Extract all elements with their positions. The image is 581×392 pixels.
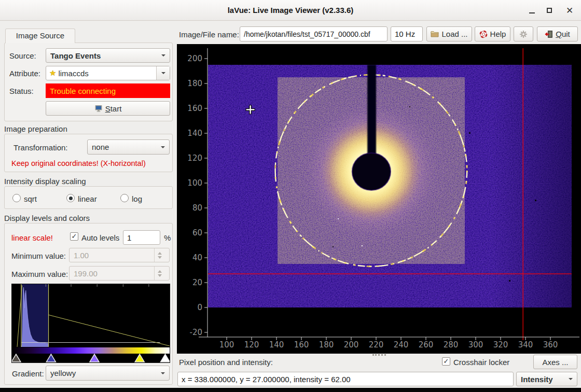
maximize-icon [547,8,552,13]
gradient-colorbar [12,347,170,354]
histogram-widget[interactable] [11,284,170,363]
image-plot-area[interactable]: 200180160140120100806040200-20 100120140… [177,44,581,354]
section-display-levels: Display levels and colors [4,214,90,222]
svg-text:260: 260 [419,340,434,349]
svg-text:140: 140 [187,129,202,138]
exit-door-icon [545,30,553,38]
maximum-label: Maximum value: [11,270,68,278]
favorite-star-icon[interactable]: ★ [46,68,58,78]
chevron-down-icon [161,146,165,150]
radio-log[interactable] [120,194,129,202]
maximum-spinbox[interactable]: 199.00 [69,266,170,281]
auto-levels-input[interactable] [123,230,160,245]
window-title: laVue: Live Image Viewer (v2.33.6) [0,6,581,15]
attribute-dropdown-button[interactable] [156,66,170,80]
coordinates-warning: Keep original coordinates! (X-horizontal… [11,159,146,167]
spin-buttons[interactable] [154,267,165,280]
file-name-input[interactable] [240,26,388,41]
y-axis-ticks: 200180160140120100806040200-20 [187,54,208,337]
scale-note: linear scale! [11,233,53,242]
svg-text:180: 180 [187,79,202,88]
svg-text:200: 200 [187,54,202,63]
gradient-label: Gradient: [12,369,44,378]
crosshair-locker-checkbox[interactable] [442,357,450,366]
gradient-value: yellowy [50,369,76,377]
quit-button[interactable]: Quit [537,26,578,41]
splitter-handle-icon[interactable] [372,354,386,356]
transformation-value: none [92,143,109,151]
svg-text:80: 80 [192,203,202,213]
auto-levels-label[interactable]: Auto levels [81,233,119,242]
title-bar: laVue: Live Image Viewer (v2.33.6) ✕ [0,0,581,21]
svg-text:240: 240 [394,340,409,349]
start-button[interactable]: Start [46,101,170,116]
maximize-button[interactable] [543,4,556,17]
help-button[interactable]: Help [475,26,510,41]
transformation-label: Transformation: [13,143,67,152]
load-button[interactable]: Load ... [426,26,472,41]
gradient-combobox[interactable]: yellowy [46,366,170,381]
diffraction-image-plot[interactable]: 200180160140120100806040200-20 100120140… [177,44,581,354]
transformation-combobox[interactable]: none [87,139,170,155]
radio-sqrt[interactable] [12,194,21,202]
svg-text:280: 280 [444,340,459,349]
status-label: Status: [9,87,34,95]
minimum-label: Minimum value: [11,251,66,260]
axes-button[interactable]: Axes ... [533,355,577,369]
status-value-field: Trouble connecting [46,83,170,98]
chevron-down-icon [161,72,165,76]
attribute-combobox[interactable]: ★ limaccds [46,66,170,80]
maximum-value: 199.00 [74,269,98,278]
histogram-plot[interactable] [12,284,170,347]
auto-levels-checkbox[interactable] [70,232,78,241]
minimize-button[interactable] [525,4,538,17]
minimum-spinbox[interactable]: 1.00 [69,248,170,262]
svg-text:140: 140 [269,340,284,349]
status-value: Trouble connecting [50,87,116,95]
display-mode-combobox[interactable]: Intensity [516,372,577,386]
close-icon: ✕ [566,6,573,15]
crosshair-locker-label[interactable]: Crosshair locker [453,358,509,367]
chevron-down-icon [161,372,165,376]
svg-text:360: 360 [543,340,558,349]
svg-text:20: 20 [192,278,202,287]
radio-sqrt-label[interactable]: sqrt [24,194,37,203]
refresh-rate-input[interactable] [391,26,423,41]
radio-log-label[interactable]: log [132,194,142,203]
chevron-down-icon [161,54,165,59]
load-button-label: Load ... [441,30,467,38]
help-button-label: Help [490,30,506,38]
close-button[interactable]: ✕ [563,4,576,17]
svg-text:120: 120 [187,153,202,163]
spin-down-icon [158,256,162,261]
svg-text:220: 220 [369,340,384,349]
svg-text:100: 100 [219,340,234,349]
tab-image-source[interactable]: Image Source [5,29,75,43]
svg-text:340: 340 [518,340,533,349]
svg-text:0: 0 [197,303,202,312]
source-combobox[interactable]: Tango Events [46,48,170,63]
svg-text:-20: -20 [190,328,203,337]
radio-linear-label[interactable]: linear [78,194,97,203]
radio-linear[interactable] [66,194,75,202]
gradient-markers[interactable] [12,354,170,362]
attribute-label: Attribute: [9,69,40,78]
folder-icon [431,30,439,38]
settings-button[interactable] [514,26,533,41]
section-intensity-scaling: Intensity display scaling [4,177,86,186]
axes-button-label: Axes ... [542,358,568,367]
pixel-position-display[interactable] [177,372,514,386]
svg-text:300: 300 [468,340,483,349]
attribute-combobox-value: limaccds [58,69,88,78]
spin-buttons[interactable] [154,248,165,262]
x-axis-ticks: 1001201401601802002202402602803003203403… [219,337,558,349]
section-image-preparation: Image preparation [4,124,67,133]
detector-image [208,65,572,307]
file-name-label: Image/File name: [179,30,239,39]
source-combobox-value: Tango Events [50,51,101,60]
spin-up-icon [158,250,162,255]
source-label: Source: [9,51,36,60]
minimum-value: 1.00 [74,251,89,260]
svg-text:320: 320 [493,340,508,349]
gear-icon [519,30,528,38]
